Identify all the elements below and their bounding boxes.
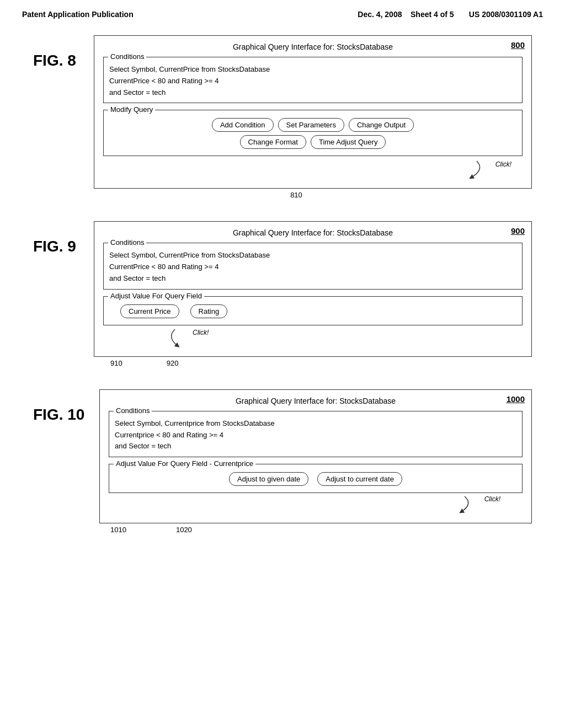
fig10-adjust-current-btn[interactable]: Adjust to current date <box>317 472 402 486</box>
fig8-title: Graphical Query Interface for: StocksDat… <box>103 42 523 51</box>
fig8-ref-num: 810 <box>290 191 302 199</box>
fig8-change-format-btn[interactable]: Change Format <box>240 135 306 149</box>
fig9-current-price-btn[interactable]: Current Price <box>120 304 179 318</box>
fig9-click-area: Click! <box>103 326 523 349</box>
fig10-adjust-label: Adjust Value For Query Field - Currentpr… <box>114 459 255 468</box>
fig10-click-area: Click! <box>109 494 523 515</box>
fig10-conditions-label: Conditions <box>114 406 152 415</box>
fig9-conditions-group: Conditions Select Symbol, CurrentPrice f… <box>103 243 523 289</box>
fig8-number: 800 <box>511 40 525 50</box>
fig9-ref-area: 910 920 <box>94 359 532 367</box>
fig9-click-arrow <box>158 326 191 349</box>
fig10-label: FIG. 10 <box>33 406 99 424</box>
fig8-button-row2: Change Format Time Adjust Query <box>109 135 516 149</box>
header-publication: Patent Application Publication <box>22 10 134 19</box>
fig8-click-label: Click! <box>495 160 511 168</box>
fig9-adjust-group: Adjust Value For Query Field Current Pri… <box>103 296 523 325</box>
fig8-modify-group: Modify Query Add Condition Set Parameter… <box>103 110 523 156</box>
fig10-click-arrow <box>449 494 482 515</box>
fig9-title: Graphical Query Interface for: StocksDat… <box>103 228 523 237</box>
fig8-conditions-label: Conditions <box>108 52 146 61</box>
fig8-button-row1: Add Condition Set Parameters Change Outp… <box>109 118 516 132</box>
fig10-ref1: 1010 <box>110 526 126 534</box>
fig9-button-row: Current Price Rating <box>109 304 516 318</box>
fig10-button-row: Adjust to given date Adjust to current d… <box>115 472 516 486</box>
fig8-modify-label: Modify Query <box>108 105 155 114</box>
fig8-conditions-text: Select Symbol, CurrentPrice from StocksD… <box>109 64 516 98</box>
figure-10-section: FIG. 10 1000 Graphical Query Interface f… <box>33 389 532 534</box>
page-header: Patent Application Publication Dec. 4, 2… <box>0 0 565 24</box>
fig8-change-output-btn[interactable]: Change Output <box>349 118 414 132</box>
fig9-rating-btn[interactable]: Rating <box>190 304 228 318</box>
fig8-conditions-group: Conditions Select Symbol, CurrentPrice f… <box>103 57 523 103</box>
fig10-diagram-box: 1000 Graphical Query Interface for: Stoc… <box>99 389 532 523</box>
fig10-title: Graphical Query Interface for: StocksDat… <box>109 397 523 405</box>
fig10-conditions-group: Conditions Select Symbol, Currentprice f… <box>109 411 523 457</box>
fig9-diagram-wrapper: 900 Graphical Query Interface for: Stock… <box>94 221 532 367</box>
fig8-click-area: Click! <box>103 158 523 180</box>
fig10-click-label: Click! <box>484 495 500 503</box>
fig10-adjust-group: Adjust Value For Query Field - Currentpr… <box>109 464 523 493</box>
fig9-conditions-label: Conditions <box>108 238 146 247</box>
fig8-add-condition-btn[interactable]: Add Condition <box>212 118 274 132</box>
fig9-click-label: Click! <box>193 329 209 336</box>
main-content: FIG. 8 800 Graphical Query Interface for… <box>0 24 565 567</box>
fig9-ref2: 920 <box>167 359 179 367</box>
fig10-adjust-given-btn[interactable]: Adjust to given date <box>229 472 308 486</box>
figure-9-section: FIG. 9 900 Graphical Query Interface for… <box>33 221 532 367</box>
fig8-label: FIG. 8 <box>33 52 94 69</box>
fig8-ref-area: 810 <box>94 191 532 199</box>
fig9-number: 900 <box>511 226 525 235</box>
fig10-number: 1000 <box>507 394 525 404</box>
fig9-diagram-box: 900 Graphical Query Interface for: Stock… <box>94 221 532 356</box>
fig10-conditions-text: Select Symbol, Currentprice from StocksD… <box>115 418 516 452</box>
fig10-ref2: 1020 <box>176 526 192 534</box>
fig9-conditions-text: Select Symbol, CurrentPrice from StocksD… <box>109 250 516 284</box>
header-info: Dec. 4, 2008 Sheet 4 of 5 US 2008/030110… <box>358 10 543 19</box>
fig8-set-parameters-btn[interactable]: Set Parameters <box>278 118 344 132</box>
fig10-ref-area: 1010 1020 <box>99 526 532 534</box>
figure-8-section: FIG. 8 800 Graphical Query Interface for… <box>33 35 532 199</box>
fig10-diagram-wrapper: 1000 Graphical Query Interface for: Stoc… <box>99 389 532 534</box>
fig9-label: FIG. 9 <box>33 238 94 255</box>
fig8-diagram-box: 800 Graphical Query Interface for: Stock… <box>94 35 532 189</box>
fig8-diagram-wrapper: 800 Graphical Query Interface for: Stock… <box>94 35 532 199</box>
fig9-adjust-label: Adjust Value For Query Field <box>108 292 204 300</box>
fig9-ref1: 910 <box>110 359 122 367</box>
fig8-click-arrow <box>460 158 493 180</box>
fig8-time-adjust-btn[interactable]: Time Adjust Query <box>311 135 386 149</box>
